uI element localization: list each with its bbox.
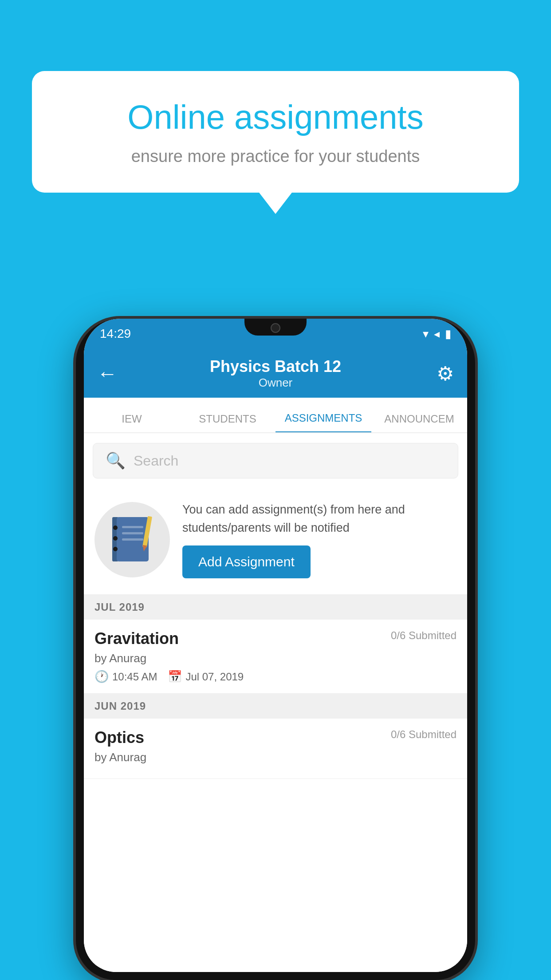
status-time: 14:29 [100,327,131,341]
promo-text-area: You can add assignment(s) from here and … [182,501,457,578]
assignment-submitted: 0/6 Submitted [391,629,457,642]
promo-block: You can add assignment(s) from here and … [84,488,467,595]
content-area: 🔍 Search [84,433,467,972]
notebook-svg-icon [112,515,152,564]
tab-announcements[interactable]: ANNOUNCEM [371,413,467,432]
phone-frame: 14:29 ▾ ◂ ▮ ← Physics Batch 12 Owner ⚙ I… [76,319,475,980]
assignment-item-optics[interactable]: Optics 0/6 Submitted by Anurag [84,719,467,779]
svg-point-6 [113,536,118,541]
assignment-top: Gravitation 0/6 Submitted [94,629,457,648]
batch-title: Physics Batch 12 [210,357,341,376]
assignment-time-value: 10:45 AM [112,671,157,683]
back-button[interactable]: ← [97,361,118,385]
search-placeholder: Search [134,453,178,469]
tab-iew[interactable]: IEW [84,413,180,432]
assignment-by: by Anurag [94,652,457,665]
battery-icon: ▮ [445,327,451,341]
front-camera [271,323,280,333]
promo-icon-circle [94,502,170,577]
search-icon: 🔍 [106,451,126,470]
speech-bubble-card: Online assignments ensure more practice … [32,71,519,193]
section-header-jul: JUL 2019 [84,595,467,620]
tab-assignments[interactable]: ASSIGNMENTS [276,412,371,433]
svg-rect-3 [122,532,143,534]
tab-bar: IEW STUDENTS ASSIGNMENTS ANNOUNCEM [84,398,467,433]
section-header-jun: JUN 2019 [84,694,467,719]
svg-point-7 [113,547,118,551]
svg-rect-4 [122,538,143,541]
signal-icon: ◂ [434,327,440,341]
tab-students[interactable]: STUDENTS [180,413,276,432]
app-header: ← Physics Batch 12 Owner ⚙ [84,349,467,398]
assignment-date: 📅 Jul 07, 2019 [168,670,244,684]
bubble-title: Online assignments [63,98,488,136]
add-assignment-button[interactable]: Add Assignment [182,545,311,578]
status-icons: ▾ ◂ ▮ [423,327,451,341]
svg-rect-2 [122,526,143,528]
wifi-icon: ▾ [423,327,429,341]
phone-notch [244,319,307,336]
batch-subtitle: Owner [210,376,341,390]
assignment-submitted-optics: 0/6 Submitted [391,728,457,741]
bubble-subtitle: ensure more practice for your students [63,147,488,166]
search-bar[interactable]: 🔍 Search [93,443,458,478]
assignment-item-gravitation[interactable]: Gravitation 0/6 Submitted by Anurag 🕐 10… [84,620,467,694]
svg-point-5 [113,526,118,530]
phone-screen: 14:29 ▾ ◂ ▮ ← Physics Batch 12 Owner ⚙ I… [84,319,467,972]
assignment-name: Gravitation [94,629,179,648]
calendar-icon: 📅 [168,670,182,684]
assignment-meta: 🕐 10:45 AM 📅 Jul 07, 2019 [94,670,457,684]
assignment-top-optics: Optics 0/6 Submitted [94,728,457,747]
settings-icon[interactable]: ⚙ [437,362,454,385]
assignment-time: 🕐 10:45 AM [94,670,157,684]
promo-description: You can add assignment(s) from here and … [182,501,457,537]
assignment-date-value: Jul 07, 2019 [185,671,244,683]
header-title-area: Physics Batch 12 Owner [210,357,341,390]
clock-icon: 🕐 [94,670,109,684]
assignment-by-optics: by Anurag [94,751,457,764]
assignment-name-optics: Optics [94,728,144,747]
